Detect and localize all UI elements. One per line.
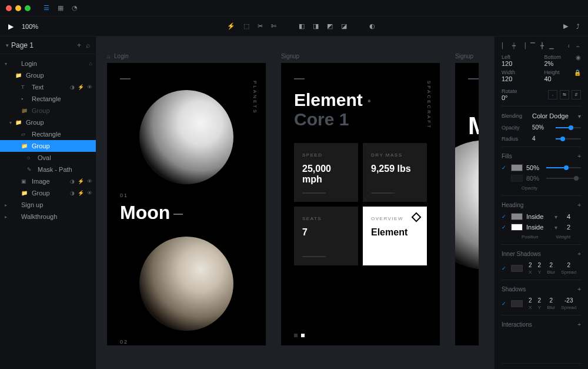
- layer-item[interactable]: ▱Rectangle: [0, 128, 96, 140]
- artboard-login[interactable]: ⌂Login PLANETS 01 Moon 02 Mars: [107, 53, 266, 345]
- intersect-icon[interactable]: ◩: [327, 22, 333, 30]
- crop-icon[interactable]: ✂: [258, 22, 263, 30]
- left-input[interactable]: 120: [502, 60, 539, 67]
- layer-item[interactable]: TText◑⚡👁: [0, 81, 96, 93]
- mars-image: [139, 237, 233, 331]
- add-fill-icon[interactable]: +: [577, 153, 581, 159]
- add-page-icon[interactable]: +: [77, 41, 81, 49]
- page-name: Page 1: [11, 41, 34, 49]
- align-right-icon[interactable]: ▕: [520, 42, 526, 48]
- flip-v-icon[interactable]: ⇵: [572, 90, 581, 99]
- align-left-icon[interactable]: ▏: [502, 42, 507, 48]
- toolbar: ▶ 100% ⚡ ⬚ ✂ ✄ ◧ ◨ ◩ ◪ ◐ ▶ ⤴: [0, 16, 588, 36]
- opacity-slider[interactable]: 50%: [532, 124, 581, 131]
- stat-card: DRY MASS9,259 lbs: [363, 143, 427, 202]
- stat-card: SEATS7: [294, 207, 358, 265]
- pager[interactable]: [294, 334, 305, 337]
- radius-slider[interactable]: 4: [532, 135, 581, 142]
- inner-shadow-row[interactable]: ✓ 2X 2Y 2Blur 2Spread: [502, 262, 581, 275]
- zoom-level[interactable]: 100%: [22, 23, 38, 30]
- align-top-icon[interactable]: ▔: [530, 42, 536, 48]
- heading-row[interactable]: ✓Inside▾2: [502, 224, 581, 231]
- planet-image: [455, 140, 479, 270]
- assets-icon[interactable]: ▦: [56, 4, 65, 12]
- layer-item[interactable]: ✎Mask - Path: [0, 164, 96, 175]
- layer-item[interactable]: 📁Group: [0, 69, 96, 81]
- fill-row[interactable]: 80%: [502, 175, 581, 182]
- artboard-signup-2[interactable]: Signup M: [455, 53, 479, 345]
- subtract-icon[interactable]: ◨: [313, 22, 319, 30]
- inspector-panel: ▏ ┿ ▕ ▔ ╋ ▁ ⫞ ⫠ Left120 Bottom2%◉ Width1…: [494, 36, 588, 369]
- layer-tree: ▾Login⌂📁GroupTText◑⚡👁▪Rectangle📁Group▾📁G…: [0, 54, 96, 369]
- pin-icon[interactable]: ◉: [576, 54, 581, 67]
- lock-icon[interactable]: 🔒: [574, 69, 581, 82]
- layer-item[interactable]: ▸Sign up: [0, 199, 96, 211]
- titlebar: ☰ ▦ ◔: [0, 0, 588, 16]
- stat-card: SPEED25,000 mph: [294, 143, 358, 202]
- home-icon: ⌂: [107, 53, 111, 59]
- vertical-label: PLANETS: [252, 81, 258, 114]
- layer-item[interactable]: ▾Login⌂: [0, 58, 96, 69]
- origin-icon[interactable]: ◦: [548, 90, 557, 99]
- blending-select[interactable]: Color Dodge: [532, 112, 578, 119]
- align-center-h-icon[interactable]: ┿: [511, 42, 517, 48]
- add-inner-shadow-icon[interactable]: +: [577, 251, 581, 257]
- vertical-label: SPACECRAFT: [426, 81, 432, 129]
- add-shadow-icon[interactable]: +: [577, 286, 581, 292]
- heading-row[interactable]: ✓Inside▾4: [502, 213, 581, 220]
- distribute-v-icon[interactable]: ⫠: [575, 42, 581, 48]
- height-input[interactable]: 40: [544, 75, 560, 82]
- scissors-icon[interactable]: ✄: [271, 22, 276, 30]
- add-interaction-icon[interactable]: +: [577, 321, 581, 328]
- layer-item[interactable]: 📁Group◑⚡👁: [0, 187, 96, 199]
- canvas[interactable]: ⌂Login PLANETS 01 Moon 02 Mars Signup SP…: [96, 36, 494, 369]
- play-icon[interactable]: ▶: [563, 22, 568, 30]
- align-center-v-icon[interactable]: ╋: [539, 42, 545, 48]
- layer-item[interactable]: ▣Image◑⚡👁: [0, 175, 96, 187]
- width-input[interactable]: 120: [502, 75, 539, 82]
- minimize-window-icon[interactable]: [15, 5, 21, 11]
- bolt-icon[interactable]: ⚡: [227, 22, 235, 30]
- layer-item[interactable]: ▾📁Group: [0, 117, 96, 128]
- close-window-icon[interactable]: [6, 5, 12, 11]
- union-icon[interactable]: ◧: [299, 22, 305, 30]
- artboard-signup[interactable]: Signup SPACECRAFT Element • Core 1 SPEED…: [281, 53, 440, 345]
- select-tool-icon[interactable]: ▶: [8, 22, 14, 31]
- distribute-h-icon[interactable]: ⫞: [566, 42, 572, 48]
- shadow-row[interactable]: ✓ 2X 2Y 2Blur -23Spread: [502, 297, 581, 310]
- element-title: Element • Core 1: [294, 90, 427, 129]
- rotate-input[interactable]: 0°: [502, 94, 527, 101]
- layer-item[interactable]: ▸Walkthrough: [0, 211, 96, 222]
- moon-image: [139, 90, 233, 184]
- page-header[interactable]: ▾ Page 1 + ⌕: [0, 36, 96, 54]
- layers-icon[interactable]: ☰: [42, 4, 51, 12]
- search-icon[interactable]: ⌕: [86, 41, 90, 49]
- maximize-window-icon[interactable]: [25, 5, 31, 11]
- layer-item[interactable]: 📁Group: [0, 105, 96, 117]
- bottom-input[interactable]: 2%: [544, 60, 562, 67]
- data-icon[interactable]: ◔: [71, 4, 79, 12]
- mask-icon[interactable]: ◐: [369, 22, 375, 30]
- align-bottom-icon[interactable]: ▁: [549, 42, 554, 48]
- difference-icon[interactable]: ◪: [341, 22, 347, 30]
- cube-icon[interactable]: ⬚: [243, 22, 249, 30]
- flip-h-icon[interactable]: ⇋: [560, 90, 569, 99]
- fill-row[interactable]: ✓50%: [502, 164, 581, 171]
- share-icon[interactable]: ⤴: [576, 23, 580, 30]
- layer-item[interactable]: 📁Group: [0, 140, 96, 152]
- layer-item[interactable]: ○Oval: [0, 152, 96, 164]
- layer-item[interactable]: ▪Rectangle: [0, 93, 96, 105]
- layers-panel: ▾ Page 1 + ⌕ ▾Login⌂📁GroupTText◑⚡👁▪Recta…: [0, 36, 96, 369]
- stat-card: OVERVIEWElement: [363, 207, 427, 265]
- add-heading-icon[interactable]: +: [577, 202, 581, 208]
